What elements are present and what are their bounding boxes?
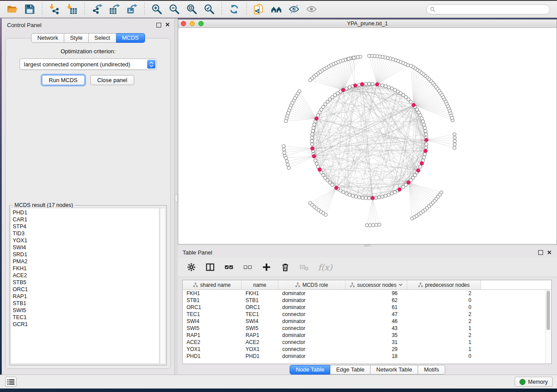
export-network-icon[interactable] [90,2,104,16]
desktop: Control Panel ✕ NetworkStyleSelectMCDS O… [0,0,557,392]
column-header-successor-nodes[interactable]: successor nodes [346,280,407,289]
close-mcds-panel-button[interactable]: Close panel [90,75,135,85]
mcds-result-item[interactable]: FKH1 [13,265,159,272]
splitter-handle[interactable] [175,194,178,202]
criterion-select[interactable]: largest connected component (undirected) [20,58,157,70]
open-session-button[interactable] [5,2,20,16]
table-row[interactable]: SWI5SWI5connector431 [183,325,551,332]
mcds-result-item[interactable]: GCR1 [13,321,159,328]
table-cell: ACE2 [242,339,278,346]
mcds-result-item[interactable]: RAP1 [13,293,159,300]
table-cell: 96 [346,290,407,297]
apply-layout-icon[interactable] [227,2,242,16]
export-table-icon[interactable] [107,2,122,16]
tab-mcds[interactable]: MCDS [116,33,145,43]
mcds-result-item[interactable]: SRD1 [13,251,159,258]
zoom-out-icon[interactable] [167,2,182,16]
show-all-icon[interactable] [304,2,319,16]
table-settings-icon[interactable] [187,262,196,272]
delete-column-icon[interactable] [280,262,290,272]
mcds-result-item[interactable]: CAR1 [13,216,159,223]
mcds-result-item[interactable]: STB1 [13,300,159,307]
select-all-icon[interactable] [224,262,234,272]
table-cell: dominator [278,353,346,360]
table-cell: TEC1 [183,311,242,318]
column-header-shared-name[interactable]: shared name [183,280,242,289]
zoom-selected-icon[interactable] [202,2,217,16]
network-from-selection-icon[interactable] [252,2,266,16]
scrollbar-thumb[interactable] [547,291,550,330]
float-control-panel-button[interactable] [156,23,161,28]
table-row[interactable]: FKH1FKH1dominator962 [183,290,551,297]
float-table-panel-button[interactable] [538,250,543,255]
table-cell: dominator [278,304,346,311]
zoom-in-icon[interactable] [149,2,164,16]
table-tab-node-table[interactable]: Node Table [290,365,331,375]
table-row[interactable]: ORC1ORC1dominator610 [183,304,551,311]
mcds-result-item[interactable]: SWI4 [13,244,159,251]
mcds-result-item[interactable]: SWI5 [13,307,159,314]
table-row[interactable]: SWI4SWI4dominator462 [183,318,551,325]
table-tab-motifs[interactable]: Motifs [418,365,445,375]
save-session-button[interactable] [22,2,37,16]
mcds-pane: Optimization criterion: largest connecte… [5,38,171,369]
column-header-name[interactable]: name [242,280,278,289]
network-window: YPA_prune.txt_1 [178,19,557,244]
control-panel-titlebar: Control Panel ✕ [2,18,174,31]
table-cell: 2 [407,311,481,318]
mcds-result-list[interactable]: PHD1CAR1STP4TID3YOX1SWI4SRD1PMA2FKH1ACE2… [10,208,159,364]
mcds-result-item[interactable]: ACE2 [13,272,159,279]
table-scrollbar[interactable] [545,290,551,364]
network-window-titlebar[interactable]: YPA_prune.txt_1 [178,20,557,28]
table-cell: SWI5 [183,325,242,332]
mcds-result-item[interactable]: YOX1 [13,237,159,244]
first-neighbors-icon[interactable] [269,2,284,16]
task-history-button[interactable] [5,377,17,387]
optimization-criterion-label: Optimization criterion: [6,48,170,55]
hide-selected-icon[interactable] [287,2,301,16]
column-header-MCDS-role[interactable]: MCDS role [278,280,346,289]
mcds-result-item[interactable]: STP4 [13,223,159,230]
search-input[interactable] [438,6,546,13]
table-row[interactable]: STB1STB1dominator620 [183,297,551,304]
mcds-result-item[interactable]: TID3 [13,230,159,237]
tab-select[interactable]: Select [89,33,116,43]
table-row[interactable]: PHD1PHD1dominator180 [183,353,551,360]
column-header-predecessor-nodes[interactable]: predecessor nodes [407,280,481,289]
table-row[interactable]: YOX1YOX1connector291 [183,346,551,353]
mcds-result-item[interactable]: TEC1 [13,314,159,321]
create-column-icon[interactable] [262,262,271,272]
deselect-all-icon[interactable] [243,262,253,272]
table-cell: FKH1 [242,290,278,297]
mcds-result-item[interactable]: PHD1 [13,209,159,216]
mcds-result-item[interactable]: ORC1 [13,286,159,293]
table-cell: STB1 [242,297,278,304]
table-row[interactable]: RAP1RAP1dominator352 [183,332,551,339]
tab-network[interactable]: Network [31,33,64,43]
table-cell: SWI5 [242,325,278,332]
run-mcds-button[interactable]: Run MCDS [42,75,85,85]
export-image-icon[interactable] [125,2,139,16]
import-table-icon[interactable] [65,2,80,16]
mcds-result-item[interactable]: STB5 [13,279,159,286]
main-toolbar [0,1,557,18]
table-row[interactable]: TEC1TEC1connector472 [183,311,551,318]
mcds-list-scrollbar[interactable] [160,208,166,364]
import-network-icon[interactable] [47,2,62,16]
table-tab-edge-table[interactable]: Edge Table [330,365,370,375]
table-row[interactable]: ACE2ACE2connector311 [183,339,551,346]
column-layout-icon[interactable] [205,262,215,272]
memory-button[interactable]: Memory [515,377,553,387]
close-table-panel-button[interactable]: ✕ [547,251,552,255]
zoom-fit-icon[interactable] [184,2,199,16]
mcds-result-item[interactable]: PMA2 [13,258,159,265]
table-cell: RAP1 [183,332,242,339]
table-tab-network-table[interactable]: Network Table [370,365,418,375]
tab-style[interactable]: Style [64,33,89,43]
vertical-splitter[interactable] [175,18,178,375]
network-canvas[interactable] [178,28,557,244]
close-control-panel-button[interactable]: ✕ [165,23,170,27]
table-cell: SWI4 [242,318,278,325]
table-cell: 35 [346,332,407,339]
table-cell: dominator [278,290,346,297]
